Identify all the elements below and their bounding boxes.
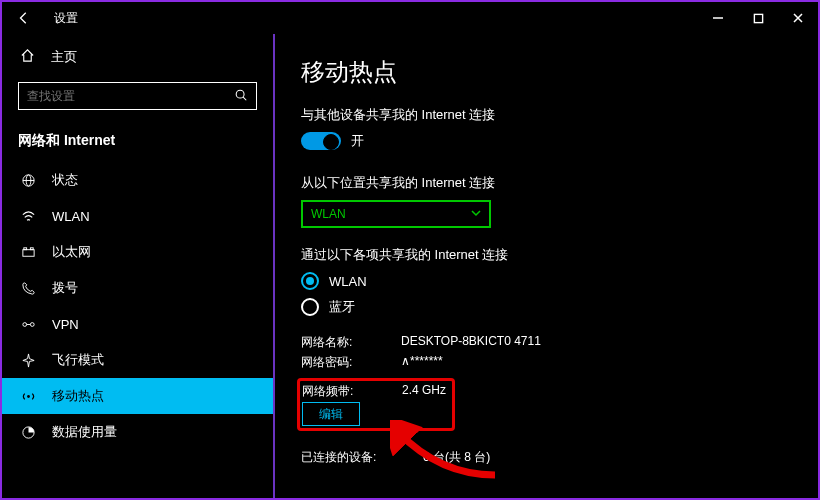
sidebar: 主页 网络和 Internet 状态 WLAN — [2, 34, 275, 498]
wifi-icon — [20, 209, 36, 224]
radio-icon — [301, 272, 319, 290]
sidebar-item-ethernet[interactable]: 以太网 — [2, 234, 273, 270]
connected-key: 已连接的设备: — [301, 449, 393, 466]
svg-point-2 — [236, 90, 244, 98]
radio-bt-label: 蓝牙 — [329, 298, 355, 316]
sidebar-item-airplane[interactable]: 飞行模式 — [2, 342, 273, 378]
search-input[interactable] — [27, 89, 234, 103]
radio-wlan[interactable]: WLAN — [301, 272, 792, 290]
category-header: 网络和 Internet — [2, 126, 273, 162]
sidebar-item-vpn[interactable]: VPN — [2, 306, 273, 342]
svg-point-13 — [27, 395, 30, 398]
net-name-key: 网络名称: — [301, 334, 371, 351]
chevron-down-icon — [471, 207, 481, 221]
home-icon — [20, 48, 35, 66]
svg-rect-1 — [754, 14, 762, 22]
radio-wlan-label: WLAN — [329, 274, 367, 289]
net-pwd-value: ∧******* — [401, 354, 443, 371]
sidebar-item-label: 移动热点 — [52, 387, 104, 405]
sidebar-item-datausage[interactable]: 数据使用量 — [2, 414, 273, 450]
net-pwd-key: 网络密码: — [301, 354, 371, 371]
maximize-button[interactable] — [738, 2, 778, 34]
radio-icon — [301, 298, 319, 316]
page-title: 移动热点 — [301, 56, 792, 88]
sidebar-item-hotspot[interactable]: 移动热点 — [2, 378, 273, 414]
connected-value: 0 台(共 8 台) — [423, 449, 490, 466]
svg-point-11 — [30, 322, 34, 326]
airplane-icon — [20, 353, 36, 368]
sidebar-item-label: 飞行模式 — [52, 351, 104, 369]
share-from-select[interactable]: WLAN — [301, 200, 491, 228]
sidebar-item-label: 数据使用量 — [52, 423, 117, 441]
share-from-label: 从以下位置共享我的 Internet 连接 — [301, 174, 792, 192]
main-panel: 移动热点 与其他设备共享我的 Internet 连接 开 从以下位置共享我的 I… — [275, 34, 818, 498]
close-button[interactable] — [778, 2, 818, 34]
search-icon — [234, 88, 248, 105]
ethernet-icon — [20, 245, 36, 260]
data-icon — [20, 425, 36, 440]
svg-point-10 — [22, 322, 26, 326]
share-toggle[interactable] — [301, 132, 341, 150]
home-link[interactable]: 主页 — [2, 42, 273, 76]
share-connection-label: 与其他设备共享我的 Internet 连接 — [301, 106, 792, 124]
globe-icon — [20, 173, 36, 188]
share-over-label: 通过以下各项共享我的 Internet 连接 — [301, 246, 792, 264]
hotspot-icon — [20, 389, 36, 404]
sidebar-item-label: WLAN — [52, 209, 90, 224]
app-title: 设置 — [54, 10, 698, 27]
minimize-button[interactable] — [698, 2, 738, 34]
search-box[interactable] — [18, 82, 257, 110]
highlight-box: 网络频带: 2.4 GHz 编辑 — [297, 378, 455, 431]
sidebar-item-label: VPN — [52, 317, 79, 332]
radio-bluetooth[interactable]: 蓝牙 — [301, 298, 792, 316]
vpn-icon — [20, 317, 36, 332]
net-band-key: 网络频带: — [302, 383, 372, 400]
svg-rect-8 — [23, 247, 26, 249]
svg-rect-7 — [22, 249, 33, 256]
svg-line-3 — [243, 97, 246, 100]
titlebar: 设置 — [2, 2, 818, 34]
toggle-state-label: 开 — [351, 132, 364, 150]
sidebar-item-label: 状态 — [52, 171, 78, 189]
net-band-value: 2.4 GHz — [402, 383, 446, 400]
sidebar-item-label: 拨号 — [52, 279, 78, 297]
sidebar-item-status[interactable]: 状态 — [2, 162, 273, 198]
edit-button[interactable]: 编辑 — [302, 402, 360, 426]
sidebar-item-dialup[interactable]: 拨号 — [2, 270, 273, 306]
back-button[interactable] — [8, 2, 40, 34]
svg-rect-9 — [30, 247, 33, 249]
phone-icon — [20, 281, 36, 296]
net-name-value: DESKTOP-8BKICT0 4711 — [401, 334, 541, 351]
sidebar-item-wlan[interactable]: WLAN — [2, 198, 273, 234]
select-value: WLAN — [311, 207, 346, 221]
sidebar-item-label: 以太网 — [52, 243, 91, 261]
home-label: 主页 — [51, 48, 77, 66]
